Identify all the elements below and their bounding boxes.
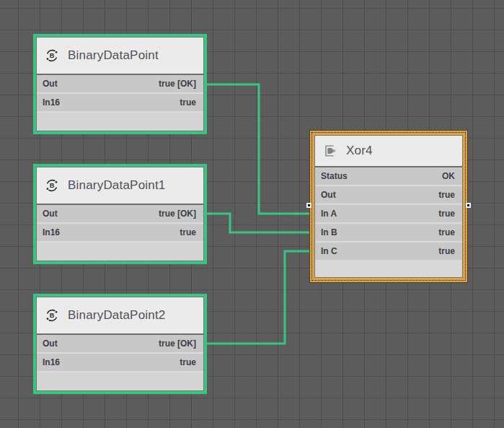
svg-text:B: B: [50, 182, 55, 189]
prop-value: true: [438, 227, 462, 237]
prop-label: Out: [37, 209, 58, 219]
selection-handle-left[interactable]: [306, 203, 311, 208]
svg-text:B: B: [50, 312, 55, 319]
block-footer: [37, 243, 203, 261]
block-title: Xor4: [346, 144, 373, 158]
block-footer: [315, 261, 462, 277]
binary-point-icon: B: [44, 48, 60, 64]
prop-row-in-a[interactable]: In A true: [315, 205, 462, 222]
binary-point-icon: B: [44, 178, 60, 193]
wire[interactable]: [207, 84, 310, 214]
block-title: BinaryDataPoint1: [68, 178, 166, 193]
block-title: BinaryDataPoint: [68, 48, 159, 63]
prop-value: true: [438, 209, 462, 219]
prop-label: In B: [315, 227, 337, 237]
prop-row-in-c[interactable]: In C true: [315, 243, 462, 260]
prop-row-out[interactable]: Out true [OK]: [37, 75, 203, 92]
block-header[interactable]: B BinaryDataPoint1: [37, 167, 203, 204]
prop-label: Out: [315, 190, 336, 200]
wire[interactable]: [207, 214, 310, 232]
prop-value: true: [180, 97, 203, 108]
prop-row-out[interactable]: Out true [OK]: [37, 335, 203, 352]
prop-value: true [OK]: [159, 79, 203, 89]
prop-value: OK: [442, 171, 462, 181]
selection-handle-right[interactable]: [466, 203, 471, 208]
wire[interactable]: [207, 251, 310, 344]
block-header[interactable]: B BinaryDataPoint2: [37, 297, 203, 333]
xor-gate-icon: [322, 143, 338, 159]
binary-point-icon: B: [44, 307, 60, 323]
block-binarydatapoint1[interactable]: B BinaryDataPoint1 Out true [OK] In16 tr…: [33, 164, 207, 264]
prop-row-status[interactable]: Status OK: [315, 167, 462, 185]
prop-label: In C: [315, 246, 337, 256]
prop-label: In16: [37, 227, 60, 237]
prop-label: In16: [37, 97, 60, 108]
prop-row-in16[interactable]: In16 true: [37, 354, 203, 371]
prop-value: true [OK]: [159, 209, 203, 219]
block-binarydatapoint2[interactable]: B BinaryDataPoint2 Out true [OK] In16 tr…: [33, 294, 207, 394]
prop-value: true: [180, 357, 203, 367]
prop-row-in16[interactable]: In16 true: [37, 94, 203, 111]
prop-row-in16[interactable]: In16 true: [37, 224, 203, 241]
prop-value: true [OK]: [159, 339, 203, 349]
svg-text:B: B: [50, 52, 55, 59]
prop-label: In16: [37, 357, 60, 367]
prop-value: true: [180, 227, 203, 237]
block-header[interactable]: B BinaryDataPoint: [37, 38, 203, 74]
block-xor4[interactable]: Xor4 Status OK Out true In A true In B t…: [310, 131, 467, 282]
block-header[interactable]: Xor4: [315, 136, 462, 166]
prop-label: In A: [315, 209, 337, 219]
prop-label: Out: [37, 79, 58, 89]
prop-value: true: [438, 246, 462, 256]
prop-row-out[interactable]: Out true: [315, 186, 462, 204]
prop-label: Status: [315, 171, 348, 181]
block-title: BinaryDataPoint2: [68, 308, 166, 323]
prop-value: true: [438, 190, 462, 200]
block-binarydatapoint[interactable]: B BinaryDataPoint Out true [OK] In16 tru…: [33, 34, 207, 134]
prop-label: Out: [37, 339, 58, 349]
prop-row-in-b[interactable]: In B true: [315, 224, 462, 241]
block-footer: [37, 113, 203, 131]
wire-sheet-canvas[interactable]: B BinaryDataPoint Out true [OK] In16 tru…: [0, 0, 504, 428]
block-footer: [37, 372, 203, 390]
prop-row-out[interactable]: Out true [OK]: [37, 205, 203, 222]
